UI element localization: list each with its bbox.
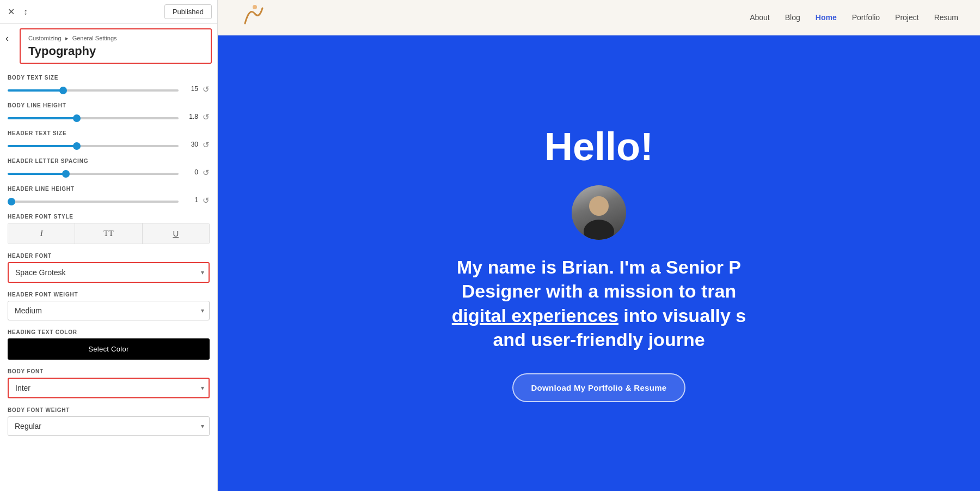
breadcrumb-path: Customizing ▸ General Settings — [28, 35, 203, 42]
published-button[interactable]: Published — [164, 4, 212, 19]
body-text-size-label: BODY TEXT SIZE — [8, 75, 210, 81]
reorder-button[interactable]: ↕ — [21, 5, 30, 19]
italic-button[interactable]: I — [8, 223, 75, 244]
hero-description: My name is Brian. I'm a Senior P Designe… — [452, 255, 746, 351]
svg-point-1 — [589, 196, 609, 216]
body-font-select[interactable]: Inter Roboto Open Sans Lato Space Grotes… — [8, 378, 210, 398]
header-text-size-group: HEADER TEXT SIZE 30 ↺ — [8, 130, 210, 149]
header-line-height-value: 1 — [183, 196, 198, 204]
preview-navbar: About Blog Home Portfolio Project Resum — [218, 0, 980, 35]
header-font-weight-label: HEADER FONT WEIGHT — [8, 292, 210, 298]
body-line-height-slider-wrap — [8, 112, 179, 122]
header-text-size-row: 30 ↺ — [8, 140, 210, 149]
header-font-select[interactable]: Space Grotesk Inter Roboto Open Sans Lat… — [8, 262, 210, 283]
nav-link-project[interactable]: Project — [895, 13, 919, 22]
body-text-size-slider[interactable] — [8, 89, 179, 92]
header-line-height-reset[interactable]: ↺ — [203, 196, 210, 204]
avatar-image — [572, 185, 626, 240]
nav-link-portfolio[interactable]: Portfolio — [852, 13, 880, 22]
header-text-size-slider-wrap — [8, 140, 179, 149]
body-font-label: BODY FONT — [8, 368, 210, 374]
nav-link-blog[interactable]: Blog — [785, 13, 800, 22]
body-text-size-slider-wrap — [8, 84, 179, 94]
nav-link-home[interactable]: Home — [816, 13, 837, 22]
hero-cta-button[interactable]: Download My Portfolio & Resume — [512, 373, 685, 402]
header-font-style-row: I TT U — [8, 223, 210, 244]
nav-link-about[interactable]: About — [750, 13, 770, 22]
body-line-height-reset[interactable]: ↺ — [203, 113, 210, 121]
caps-button[interactable]: TT — [75, 223, 142, 244]
underline-button[interactable]: U — [143, 223, 209, 244]
header-line-height-group: HEADER LINE HEIGHT 1 ↺ — [8, 186, 210, 205]
breadcrumb-title: Typography — [28, 44, 203, 58]
preview-nav-links: About Blog Home Portfolio Project Resum — [750, 13, 958, 22]
preview-hero: Hello! My name is Brian. I'm a Senior P … — [218, 35, 980, 491]
header-font-weight-group: HEADER FONT WEIGHT Thin Light Regular Me… — [8, 292, 210, 320]
body-font-weight-label: BODY FONT WEIGHT — [8, 407, 210, 413]
svg-point-0 — [253, 5, 257, 9]
header-font-style-label: HEADER FONT STYLE — [8, 214, 210, 220]
body-font-group: BODY FONT Inter Roboto Open Sans Lato Sp… — [8, 368, 210, 398]
header-text-size-reset[interactable]: ↺ — [203, 141, 210, 149]
header-letter-spacing-value: 0 — [183, 168, 198, 176]
body-font-weight-select[interactable]: Thin Light Regular Medium Semi Bold Bold — [8, 416, 210, 436]
header-letter-spacing-row: 0 ↺ — [8, 167, 210, 177]
panel-content: BODY TEXT SIZE 15 ↺ BODY LINE HEIGHT 1.8… — [0, 68, 217, 491]
close-button[interactable]: ✕ — [5, 4, 17, 19]
body-text-size-group: BODY TEXT SIZE 15 ↺ — [8, 75, 210, 94]
header-letter-spacing-slider[interactable] — [8, 173, 179, 175]
body-text-size-row: 15 ↺ — [8, 84, 210, 94]
body-font-weight-group: BODY FONT WEIGHT Thin Light Regular Medi… — [8, 407, 210, 436]
nav-link-resume[interactable]: Resum — [934, 13, 958, 22]
heading-text-color-label: HEADING TEXT COLOR — [8, 329, 210, 335]
header-font-weight-select-wrap: Thin Light Regular Medium Semi Bold Bold… — [8, 301, 210, 320]
header-font-style-group: HEADER FONT STYLE I TT U — [8, 214, 210, 244]
customizer-panel: ✕ ↕ Published ‹ Customizing ▸ General Se… — [0, 0, 218, 491]
body-line-height-label: BODY LINE HEIGHT — [8, 102, 210, 108]
back-button[interactable]: ‹ — [0, 28, 14, 49]
body-line-height-group: BODY LINE HEIGHT 1.8 ↺ — [8, 102, 210, 122]
header-line-height-slider-wrap — [8, 195, 179, 205]
body-font-select-wrap: Inter Roboto Open Sans Lato Space Grotes… — [8, 378, 210, 398]
body-line-height-value: 1.8 — [183, 113, 198, 120]
hero-underlined-text: digital experiences — [452, 305, 618, 326]
top-toolbar: ✕ ↕ Published — [0, 0, 217, 24]
header-text-size-slider[interactable] — [8, 145, 179, 147]
header-font-weight-select[interactable]: Thin Light Regular Medium Semi Bold Bold… — [8, 301, 210, 320]
header-font-label: HEADER FONT — [8, 253, 210, 259]
heading-text-color-group: HEADING TEXT COLOR Select Color — [8, 329, 210, 360]
body-line-height-row: 1.8 ↺ — [8, 112, 210, 122]
header-letter-spacing-slider-wrap — [8, 167, 179, 177]
header-line-height-row: 1 ↺ — [8, 195, 210, 205]
header-line-height-slider[interactable] — [8, 201, 179, 203]
hero-greeting: Hello! — [544, 124, 653, 169]
header-font-select-wrap: Space Grotesk Inter Roboto Open Sans Lat… — [8, 262, 210, 283]
header-font-group: HEADER FONT Space Grotesk Inter Roboto O… — [8, 253, 210, 283]
body-font-weight-select-wrap: Thin Light Regular Medium Semi Bold Bold… — [8, 416, 210, 436]
heading-text-color-button[interactable]: Select Color — [8, 338, 210, 360]
body-text-size-reset[interactable]: ↺ — [203, 85, 210, 93]
avatar — [572, 185, 626, 240]
svg-point-2 — [584, 220, 614, 240]
header-letter-spacing-group: HEADER LETTER SPACING 0 ↺ — [8, 158, 210, 177]
breadcrumb: Customizing ▸ General Settings Typograph… — [20, 28, 212, 64]
header-line-height-label: HEADER LINE HEIGHT — [8, 186, 210, 192]
preview-area: About Blog Home Portfolio Project Resum … — [218, 0, 980, 491]
breadcrumb-arrow-icon: ▸ — [65, 35, 70, 41]
header-text-size-value: 30 — [183, 141, 198, 148]
header-text-size-label: HEADER TEXT SIZE — [8, 130, 210, 136]
body-text-size-value: 15 — [183, 85, 198, 93]
body-line-height-slider[interactable] — [8, 117, 179, 119]
preview-logo — [240, 3, 266, 33]
header-letter-spacing-label: HEADER LETTER SPACING — [8, 158, 210, 164]
header-letter-spacing-reset[interactable]: ↺ — [203, 168, 210, 177]
